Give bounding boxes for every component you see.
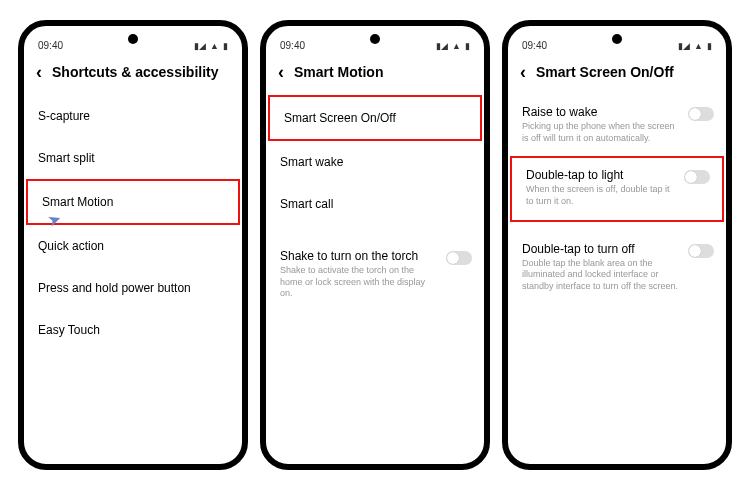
toggle-raise-wake[interactable]: Raise to wake Picking up the phone when … — [508, 95, 726, 156]
status-bar: 09:40 ▮◢ ▲ ▮ — [24, 34, 242, 53]
toggle-title: Raise to wake — [522, 105, 680, 119]
list-item-easy-touch[interactable]: Easy Touch — [24, 309, 242, 351]
toggle-text: Double-tap to turn off Double tap the bl… — [522, 242, 680, 293]
page-title: Smart Screen On/Off — [536, 64, 674, 80]
wifi-icon: ▲ — [694, 41, 703, 51]
battery-icon: ▮ — [465, 41, 470, 51]
page-title: Shortcuts & accessibility — [52, 64, 219, 80]
header: ‹ Shortcuts & accessibility — [24, 53, 242, 95]
status-time: 09:40 — [522, 40, 547, 51]
toggle-shake-torch[interactable]: Shake to turn on the torch Shake to acti… — [266, 239, 484, 312]
phone-3: 09:40 ▮◢ ▲ ▮ ‹ Smart Screen On/Off Raise… — [502, 20, 732, 470]
list-item-smart-screen[interactable]: Smart Screen On/Off — [268, 95, 482, 141]
status-bar: 09:40 ▮◢ ▲ ▮ — [266, 34, 484, 53]
list-item-quick-action[interactable]: Quick action — [24, 225, 242, 267]
signal-icon: ▮◢ — [194, 41, 206, 51]
back-icon[interactable]: ‹ — [36, 63, 42, 81]
page-title: Smart Motion — [294, 64, 383, 80]
wifi-icon: ▲ — [452, 41, 461, 51]
status-time: 09:40 — [38, 40, 63, 51]
toggle-text: Shake to turn on the torch Shake to acti… — [280, 249, 438, 300]
settings-list: Smart Screen On/Off Smart wake Smart cal… — [266, 95, 484, 464]
list-item-smart-wake[interactable]: Smart wake — [266, 141, 484, 183]
toggle-desc: When the screen is off, double tap it to… — [526, 184, 676, 207]
phone-1: 09:40 ▮◢ ▲ ▮ ‹ Shortcuts & accessibility… — [18, 20, 248, 470]
toggle-switch[interactable] — [688, 107, 714, 121]
list-item-smart-motion[interactable]: Smart Motion ➤ — [26, 179, 240, 225]
back-icon[interactable]: ‹ — [520, 63, 526, 81]
toggle-double-tap-off[interactable]: Double-tap to turn off Double tap the bl… — [508, 232, 726, 305]
list-item-smart-split[interactable]: Smart split — [24, 137, 242, 179]
status-icons: ▮◢ ▲ ▮ — [678, 41, 712, 51]
list-item-s-capture[interactable]: S-capture — [24, 95, 242, 137]
status-icons: ▮◢ ▲ ▮ — [194, 41, 228, 51]
status-time: 09:40 — [280, 40, 305, 51]
toggle-title: Shake to turn on the torch — [280, 249, 438, 263]
toggle-switch[interactable] — [446, 251, 472, 265]
list-item-smart-call[interactable]: Smart call — [266, 183, 484, 225]
settings-list: S-capture Smart split Smart Motion ➤ Qui… — [24, 95, 242, 464]
toggle-switch[interactable] — [688, 244, 714, 258]
toggle-desc: Double tap the blank area on the illumin… — [522, 258, 680, 293]
toggle-desc: Picking up the phone when the screen is … — [522, 121, 680, 144]
back-icon[interactable]: ‹ — [278, 63, 284, 81]
toggle-text: Raise to wake Picking up the phone when … — [522, 105, 680, 144]
toggle-desc: Shake to activate the torch on the home … — [280, 265, 438, 300]
signal-icon: ▮◢ — [436, 41, 448, 51]
signal-icon: ▮◢ — [678, 41, 690, 51]
header: ‹ Smart Motion — [266, 53, 484, 95]
list-item-press-hold-power[interactable]: Press and hold power button — [24, 267, 242, 309]
toggle-double-tap-light[interactable]: Double-tap to light When the screen is o… — [510, 156, 724, 221]
phone-2: 09:40 ▮◢ ▲ ▮ ‹ Smart Motion Smart Screen… — [260, 20, 490, 470]
toggle-title: Double-tap to turn off — [522, 242, 680, 256]
toggle-switch[interactable] — [684, 170, 710, 184]
wifi-icon: ▲ — [210, 41, 219, 51]
status-bar: 09:40 ▮◢ ▲ ▮ — [508, 34, 726, 53]
settings-list: Raise to wake Picking up the phone when … — [508, 95, 726, 464]
toggle-text: Double-tap to light When the screen is o… — [526, 168, 676, 207]
status-icons: ▮◢ ▲ ▮ — [436, 41, 470, 51]
battery-icon: ▮ — [707, 41, 712, 51]
header: ‹ Smart Screen On/Off — [508, 53, 726, 95]
battery-icon: ▮ — [223, 41, 228, 51]
toggle-title: Double-tap to light — [526, 168, 676, 182]
